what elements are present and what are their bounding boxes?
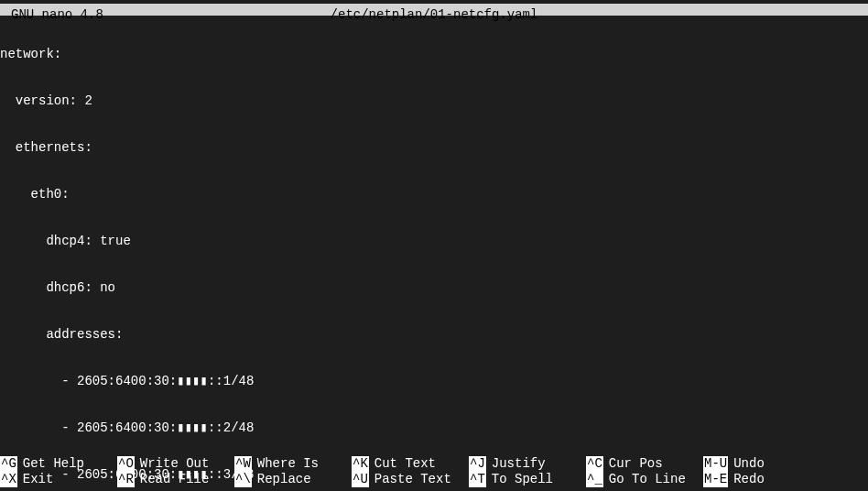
shortcut-cut-text[interactable]: ^K Cut Text — [352, 456, 469, 472]
shortcut-key: ^G — [0, 456, 17, 472]
shortcut-label: Go To Line — [609, 472, 686, 487]
shortcut-label: Replace — [257, 472, 311, 487]
shortcut-exit[interactable]: ^X Exit — [0, 472, 117, 487]
shortcut-label: To Spell — [492, 472, 553, 487]
shortcut-read-file[interactable]: ^R Read File — [117, 472, 234, 487]
shortcut-key: ^K — [352, 456, 369, 472]
shortcut-key: ^C — [586, 456, 603, 472]
shortcut-label: Paste Text — [374, 472, 451, 487]
shortcut-bar: ^G Get Help ^O Write Out ^W Where Is ^K … — [0, 456, 868, 487]
code-line: network: — [0, 47, 868, 62]
shortcut-key: ^U — [352, 472, 369, 487]
shortcut-replace[interactable]: ^\ Replace — [234, 472, 352, 487]
shortcut-label: Where Is — [257, 456, 319, 472]
shortcut-key: ^J — [469, 456, 486, 472]
shortcut-where-is[interactable]: ^W Where Is — [234, 456, 352, 472]
editor-area[interactable]: network: version: 2 ethernets: eth0: dhc… — [0, 16, 868, 491]
shortcut-go-to-line[interactable]: ^_ Go To Line — [586, 472, 703, 487]
shortcut-label: Write Out — [140, 456, 210, 472]
shortcut-justify[interactable]: ^J Justify — [469, 456, 586, 472]
shortcut-label: Redo — [733, 472, 765, 487]
shortcut-to-spell[interactable]: ^T To Spell — [469, 472, 586, 487]
shortcut-redo[interactable]: M-E Redo — [703, 472, 820, 487]
title-bar: GNU nano 4.8 /etc/netplan/01-netcfg.yaml — [0, 0, 868, 16]
code-line: dhcp6: no — [0, 280, 868, 296]
shortcut-label: Cur Pos — [609, 456, 663, 472]
shortcut-write-out[interactable]: ^O Write Out — [117, 456, 234, 472]
shortcut-label: Read File — [140, 472, 210, 487]
shortcut-label: Undo — [733, 456, 765, 472]
code-line: addresses: — [0, 327, 868, 343]
code-line: dhcp4: true — [0, 234, 868, 249]
shortcut-key: ^T — [469, 472, 486, 487]
shortcut-key: M-E — [703, 472, 728, 487]
shortcut-key: ^O — [117, 456, 135, 472]
shortcut-key: ^_ — [586, 472, 603, 487]
shortcut-label: Exit — [23, 472, 54, 487]
shortcut-row-1: ^G Get Help ^O Write Out ^W Where Is ^K … — [0, 456, 868, 472]
shortcut-label: Justify — [492, 456, 546, 472]
code-line: version: 2 — [0, 93, 868, 109]
code-line: - 2605:6400:30:▮▮▮▮::1/48 — [0, 374, 868, 389]
code-line: - 2605:6400:30:▮▮▮▮::2/48 — [0, 420, 868, 436]
shortcut-key: ^R — [117, 472, 135, 487]
shortcut-label: Cut Text — [374, 456, 436, 472]
shortcut-key: M-U — [703, 456, 728, 472]
shortcut-cur-pos[interactable]: ^C Cur Pos — [586, 456, 703, 472]
shortcut-key: ^X — [0, 472, 17, 487]
shortcut-paste-text[interactable]: ^U Paste Text — [352, 472, 469, 487]
shortcut-key: ^\ — [234, 472, 252, 487]
shortcut-label: Get Help — [23, 456, 84, 472]
code-line: ethernets: — [0, 140, 868, 156]
shortcut-key: ^W — [234, 456, 252, 472]
code-line: eth0: — [0, 187, 868, 202]
shortcut-undo[interactable]: M-U Undo — [703, 456, 820, 472]
shortcut-row-2: ^X Exit ^R Read File ^\ Replace ^U Paste… — [0, 472, 868, 487]
shortcut-get-help[interactable]: ^G Get Help — [0, 456, 117, 472]
